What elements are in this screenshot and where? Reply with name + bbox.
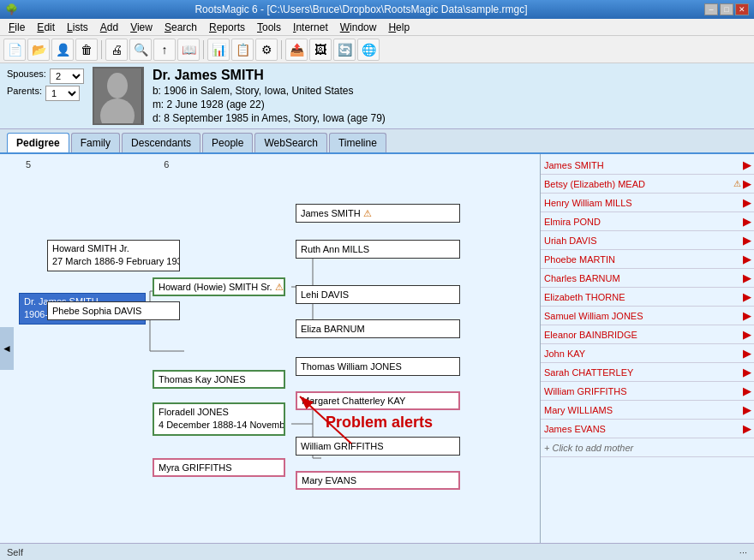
ancestor-phoebe-martin[interactable]: Phoebe MARTIN ▶ bbox=[541, 250, 754, 269]
problem-alerts-annotation: Problem alerts bbox=[283, 392, 420, 455]
ancestor-henry-mills[interactable]: Henry William MILLS ▶ bbox=[541, 194, 754, 212]
ancestor-samuel-jones[interactable]: Samuel William JONES ▶ bbox=[541, 307, 754, 325]
tab-descendants[interactable]: Descendants bbox=[122, 133, 200, 152]
person-gen2-top[interactable]: Howard (Howie) SMITH Sr. ⚠ bbox=[153, 277, 285, 296]
person-info: Dr. James SMITH b: 1906 in Salem, Story,… bbox=[153, 67, 386, 125]
export-button[interactable]: 📤 bbox=[285, 39, 308, 61]
person-gen4-2[interactable]: Ruth Ann MILLS bbox=[296, 240, 460, 259]
gen2-bottom-dates: 4 December 1888-14 November 1955 bbox=[159, 419, 279, 432]
tab-timeline[interactable]: Timeline bbox=[329, 133, 386, 152]
window-title: RootsMagic 6 - [C:\Users\Bruce\Dropbox\R… bbox=[18, 3, 704, 15]
gen4-8-name: Mary EVANS bbox=[302, 475, 356, 486]
scroll-left-arrow[interactable]: ◄ bbox=[0, 327, 14, 370]
tab-pedigree[interactable]: Pedigree bbox=[7, 133, 69, 152]
bookmark-button[interactable]: 📖 bbox=[177, 39, 200, 61]
menu-lists[interactable]: Lists bbox=[62, 20, 93, 35]
parents-label: Parents: bbox=[7, 86, 42, 101]
menu-edit[interactable]: Edit bbox=[32, 20, 60, 35]
gen-number-6: 6 bbox=[164, 159, 169, 170]
tools-button[interactable]: ⚙ bbox=[255, 39, 278, 61]
gen4-3-name: Lehi DAVIS bbox=[301, 289, 349, 300]
main-content: ◄ 5 6 bbox=[0, 154, 754, 543]
menu-add[interactable]: Add bbox=[95, 20, 123, 35]
person-gen3-1[interactable]: Howard SMITH Jr. 27 March 1886-9 Februar… bbox=[47, 240, 180, 271]
person-gen4-1[interactable]: James SMITH ⚠ bbox=[296, 204, 460, 223]
statusbar: Self ··· bbox=[0, 543, 754, 560]
back-button[interactable]: ↑ bbox=[153, 39, 176, 61]
gen-number-5: 5 bbox=[26, 159, 31, 170]
person-gen3-4[interactable]: Myra GRIFFITHS bbox=[153, 458, 285, 477]
ancestor-james-smith[interactable]: James SMITH ▶ bbox=[541, 156, 754, 175]
gen3-2-name: Phebe Sophia DAVIS bbox=[52, 306, 141, 316]
tab-people[interactable]: People bbox=[202, 133, 253, 152]
gen4-2-name: Ruth Ann MILLS bbox=[301, 244, 369, 254]
delete-button[interactable]: 🗑 bbox=[75, 39, 98, 61]
menu-file[interactable]: File bbox=[3, 20, 30, 35]
menu-help[interactable]: Help bbox=[383, 20, 415, 35]
gen2-top-alert: ⚠ bbox=[275, 282, 284, 293]
app-icon: 🌳 bbox=[5, 3, 18, 15]
add-person-button[interactable]: 👤 bbox=[51, 39, 74, 61]
menu-search[interactable]: Search bbox=[159, 20, 202, 35]
status-text: Self bbox=[7, 547, 23, 557]
tab-family[interactable]: Family bbox=[71, 133, 120, 152]
report-button[interactable]: 📊 bbox=[207, 39, 230, 61]
ancestor-james-evans[interactable]: James EVANS ▶ bbox=[541, 420, 754, 438]
pedigree-area: 5 6 bbox=[0, 154, 540, 543]
person-gen4-5[interactable]: Thomas William JONES bbox=[296, 357, 460, 376]
ancestor-eleanor-bainbridge[interactable]: Eleanor BAINBRIDGE ▶ bbox=[541, 325, 754, 344]
person-gen4-4[interactable]: Eliza BARNUM bbox=[296, 319, 460, 338]
chart-button[interactable]: 📋 bbox=[231, 39, 254, 61]
toolbar: 📄 📂 👤 🗑 🖨 🔍 ↑ 📖 📊 📋 ⚙ 📤 🖼 🔄 🌐 bbox=[0, 36, 754, 63]
person-gen2-bottom[interactable]: Floradell JONES 4 December 1888-14 Novem… bbox=[153, 402, 285, 436]
ancestor-mary-williams[interactable]: Mary WILLIAMS ▶ bbox=[541, 401, 754, 420]
gen3-1-dates: 27 March 1886-9 February 1938 bbox=[52, 255, 175, 268]
gen4-5-name: Thomas William JONES bbox=[301, 361, 402, 372]
info-panel: Spouses: 2 Parents: 1 Dr. James SMITH b:… bbox=[0, 63, 754, 129]
gen2-bottom-name: Floradell JONES bbox=[159, 406, 279, 419]
person-gen4-3[interactable]: Lehi DAVIS bbox=[296, 285, 460, 304]
svg-point-1 bbox=[107, 73, 128, 98]
ancestor-betsy-mead[interactable]: Betsy (Elizabeth) MEAD ⚠ ▶ bbox=[541, 175, 754, 194]
resize-grip: ··· bbox=[739, 547, 747, 557]
internet-button[interactable]: 🌐 bbox=[357, 39, 380, 61]
menu-view[interactable]: View bbox=[125, 20, 158, 35]
tabs: Pedigree Family Descendants People WebSe… bbox=[0, 129, 754, 154]
menu-window[interactable]: Window bbox=[335, 20, 382, 35]
gen2-top-name: Howard (Howie) SMITH Sr. bbox=[159, 282, 272, 292]
menu-reports[interactable]: Reports bbox=[204, 20, 250, 35]
person-death: d: 8 September 1985 in Ames, Story, Iowa… bbox=[153, 112, 386, 124]
window-controls: – □ ✕ bbox=[704, 3, 749, 15]
spouses-label: Spouses: bbox=[7, 69, 46, 84]
person-marriage: m: 2 June 1928 (age 22) bbox=[153, 98, 386, 110]
media-button[interactable]: 🖼 bbox=[309, 39, 332, 61]
new-button[interactable]: 📄 bbox=[3, 39, 26, 61]
ancestor-william-griffiths[interactable]: William GRIFFITHS ▶ bbox=[541, 382, 754, 401]
problem-alerts-label: Problem alerts bbox=[326, 414, 433, 432]
ancestor-uriah-davis[interactable]: Uriah DAVIS ▶ bbox=[541, 231, 754, 250]
maximize-button[interactable]: □ bbox=[720, 3, 733, 15]
ancestor-charles-barnum[interactable]: Charles BARNUM ▶ bbox=[541, 269, 754, 288]
search-button[interactable]: 🔍 bbox=[129, 39, 152, 61]
person-gen4-8[interactable]: Mary EVANS bbox=[296, 471, 460, 490]
menu-internet[interactable]: Internet bbox=[288, 20, 333, 35]
add-mother-row[interactable]: + Click to add mother bbox=[541, 438, 754, 457]
person-gen3-2[interactable]: Phebe Sophia DAVIS bbox=[47, 301, 180, 320]
tab-websearch[interactable]: WebSearch bbox=[254, 133, 326, 152]
ancestor-elizabeth-thorne[interactable]: Elizabeth THORNE ▶ bbox=[541, 288, 754, 307]
ancestor-sarah-chatterley[interactable]: Sarah CHATTERLEY ▶ bbox=[541, 363, 754, 382]
close-button[interactable]: ✕ bbox=[735, 3, 749, 15]
print-button[interactable]: 🖨 bbox=[105, 39, 128, 61]
ancestor-john-kay[interactable]: John KAY ▶ bbox=[541, 344, 754, 363]
gen4-1-name: James SMITH bbox=[301, 208, 361, 218]
gen3-4-name: Myra GRIFFITHS bbox=[159, 462, 232, 473]
parents-select[interactable]: 1 bbox=[45, 86, 80, 101]
minimize-button[interactable]: – bbox=[704, 3, 718, 15]
gen3-1-name: Howard SMITH Jr. bbox=[52, 242, 175, 255]
ancestor-elmira-pond[interactable]: Elmira POND ▶ bbox=[541, 212, 754, 231]
menu-tools[interactable]: Tools bbox=[252, 20, 286, 35]
spouses-select[interactable]: 2 bbox=[50, 69, 84, 84]
sync-button[interactable]: 🔄 bbox=[333, 39, 356, 61]
person-gen3-3[interactable]: Thomas Kay JONES bbox=[153, 370, 285, 389]
open-button[interactable]: 📂 bbox=[27, 39, 50, 61]
